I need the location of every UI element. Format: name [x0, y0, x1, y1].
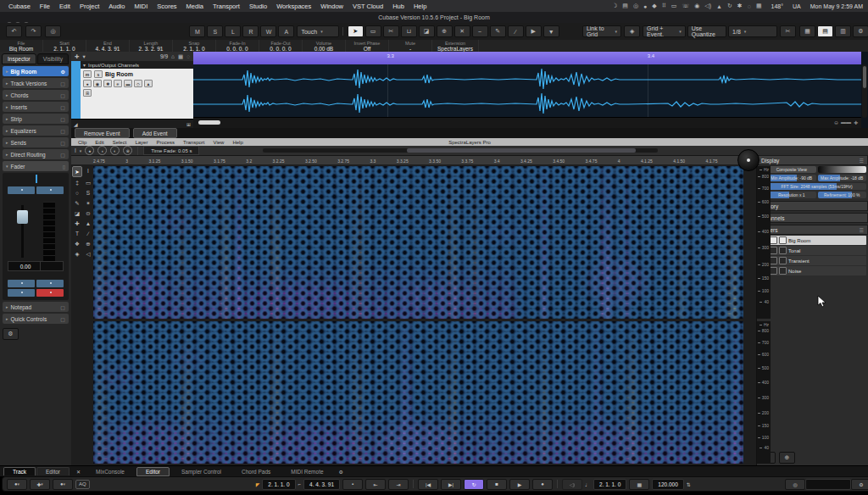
info-field[interactable]: Extension SpectraLayers [432, 40, 479, 52]
menu-item[interactable]: Hub [392, 3, 404, 10]
info-field-value[interactable]: Big Room [9, 46, 34, 52]
display-section-header[interactable]: Display ☰ [757, 155, 868, 165]
scrollbar-thumb[interactable] [863, 66, 866, 88]
tool-button[interactable]: ~ [472, 25, 488, 37]
menu-item[interactable]: Edit [59, 3, 70, 10]
layers-section-header[interactable]: Layers ☰ [757, 225, 868, 235]
zoom-out-icon[interactable]: ⊖ [834, 120, 838, 125]
spectral-tool-button[interactable]: ✚ [72, 219, 82, 228]
info-field-value[interactable]: 2. 1. 1. 0 [53, 46, 75, 52]
tool-button[interactable]: ⊔ [401, 25, 417, 37]
menu-item[interactable]: Studio [249, 3, 267, 10]
inspector-section-fader[interactable]: ▾ Fader ▯ [3, 161, 69, 171]
grid-icon[interactable]: ▦ [178, 53, 183, 60]
fade-horizontal-toggle[interactable]: ◖ [97, 146, 107, 155]
automation-icon[interactable]: ⊞ [83, 89, 92, 97]
spectral-tool-button[interactable]: ◪ [72, 209, 82, 218]
spectral-tool-button[interactable]: ‡ [72, 178, 82, 187]
menu-item[interactable]: Help [414, 3, 426, 10]
stop-button[interactable]: ■ [487, 479, 507, 490]
tool-button[interactable]: ✂ [383, 25, 399, 37]
spectral-tool-button[interactable]: T [72, 229, 82, 238]
snap-toggle[interactable]: ◈ [624, 25, 640, 37]
menu-item[interactable]: Clip [78, 140, 86, 145]
spectral-tool-button[interactable]: ▭ [83, 178, 93, 187]
info-field-value[interactable]: SpectraLayers [437, 46, 473, 52]
status-icon[interactable]: ☽ [612, 3, 617, 9]
add-track-button[interactable]: ✚ [75, 53, 79, 60]
fade-none-toggle[interactable]: ● [85, 146, 94, 155]
zone-tab[interactable]: Chord Pads [233, 468, 279, 476]
info-field[interactable]: Length 2. 3. 2. 91 [130, 40, 173, 52]
monitor-button[interactable] [8, 289, 35, 297]
cursor-tool-icon[interactable]: I [75, 147, 76, 153]
layer-row[interactable]: Transient [759, 256, 866, 265]
spectrogram-channel-2[interactable] [93, 321, 743, 464]
layer-name[interactable]: Noise [788, 269, 801, 274]
info-field[interactable]: Mute - [389, 40, 432, 52]
menu-item[interactable]: Workspaces [276, 3, 311, 10]
layer-visibility-toggle[interactable] [770, 236, 777, 244]
inspector-section[interactable]: ▸ Notepad ▢ [3, 302, 69, 312]
state-button[interactable]: S [207, 25, 223, 37]
info-field[interactable]: Fade-Out 0. 0. 0. 0 [259, 40, 303, 52]
refinement-slider[interactable]: Refinement: 100 % [818, 192, 867, 198]
cycle-button[interactable]: ↻ [464, 479, 484, 490]
tool-button[interactable]: ◪ [419, 25, 435, 37]
status-icon[interactable]: ◁) [704, 3, 711, 9]
status-icon[interactable]: ◌ [748, 3, 751, 9]
tempo-display[interactable]: 120.000 [652, 479, 684, 490]
audition-badge[interactable]: AQ [75, 480, 90, 489]
spectral-tool-button[interactable]: ○ [72, 188, 82, 197]
show-lower-zone-button[interactable]: ▤ [817, 25, 833, 37]
insert-bypass-icon[interactable]: ▬ [124, 80, 132, 87]
spectral-tool-button[interactable]: ▲ [83, 219, 93, 228]
history-section-header[interactable]: History [757, 201, 868, 211]
pan-left-control[interactable] [8, 186, 35, 194]
left-locator-display[interactable]: 2. 1. 1. 0 [262, 479, 295, 490]
menu-item[interactable]: Transport [213, 3, 240, 10]
input-source-label[interactable]: UA [793, 3, 801, 9]
quantize-preset-dropdown[interactable]: 1/8▾ [728, 25, 777, 37]
go-to-previous-marker-button[interactable]: |◀ [418, 479, 438, 490]
menu-item[interactable]: VST Cloud [353, 3, 383, 10]
menu-item[interactable]: Cubase [8, 3, 31, 10]
track-mute-button[interactable]: m [83, 70, 92, 78]
info-field[interactable]: Start 2. 1. 1. 0 [43, 40, 86, 52]
window-tab[interactable]: Track [3, 467, 36, 476]
timeline-scrollbar[interactable] [263, 148, 658, 153]
layer-visibility-toggle[interactable] [770, 257, 777, 264]
spectral-tool-button[interactable]: ◁ [83, 249, 93, 259]
menu-item[interactable]: Scores [157, 3, 176, 10]
channels-section-header[interactable]: Channels [757, 213, 868, 223]
inspector-section[interactable]: ▸ Quick Controls ▢ [3, 314, 69, 324]
status-icon[interactable]: ● [643, 3, 647, 9]
menu-item[interactable]: Media [186, 3, 203, 10]
tab-settings-gear-icon[interactable]: ⚙ [339, 469, 343, 475]
menu-item[interactable]: Project [80, 3, 99, 10]
close-icon[interactable]: ✕ [76, 469, 81, 475]
add-event-button[interactable]: Add Event [133, 128, 177, 138]
fade-both-toggle[interactable]: ⊗ [123, 146, 132, 155]
tempo-spinner-icon[interactable]: ⇅ [687, 481, 691, 487]
edit-channel-icon[interactable]: e [114, 80, 122, 87]
info-field[interactable]: Volume 0.00 dB [303, 40, 346, 52]
grid-type-dropdown[interactable]: Grid + Event.▾ [643, 25, 686, 37]
automation-mode-dropdown[interactable]: Touch▾ [297, 25, 338, 37]
layer-row[interactable]: Tonal [759, 246, 866, 255]
zone-tab[interactable]: Editor [136, 467, 170, 476]
spectral-tool-button[interactable]: S [83, 188, 93, 197]
link-to-grid-dropdown[interactable]: Link to Grid▾ [582, 25, 621, 37]
status-icon[interactable]: ☏ [682, 3, 689, 9]
state-button[interactable]: M [189, 25, 205, 37]
track-name[interactable]: Big Room [105, 71, 133, 77]
info-field-value[interactable]: 0. 0. 0. 0 [270, 46, 291, 52]
status-icon[interactable]: ▤ [622, 3, 628, 9]
pre-roll-speaker-icon[interactable]: ◁) [562, 479, 582, 490]
setup-window-layout-button[interactable]: ▦ [799, 25, 815, 37]
status-icon[interactable]: ✱ [737, 3, 743, 9]
info-field-value[interactable]: 2. 1. 1. 0 [183, 46, 204, 52]
mute-button[interactable] [8, 280, 35, 287]
record-enable-button[interactable] [36, 289, 64, 297]
info-field[interactable]: File Big Room [0, 40, 43, 52]
